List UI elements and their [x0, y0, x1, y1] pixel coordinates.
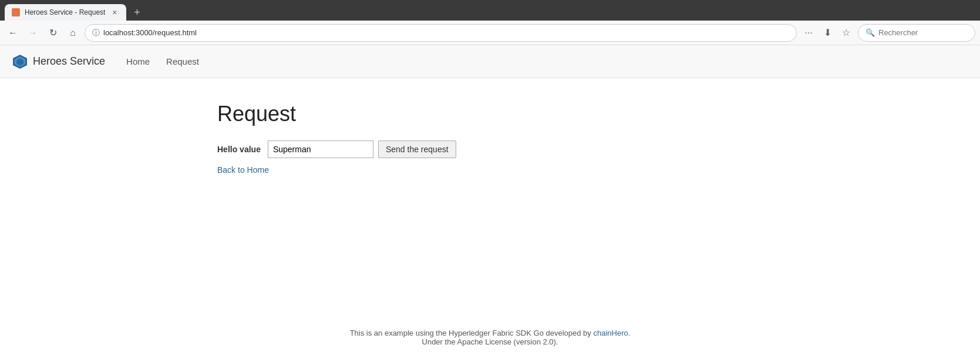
- search-input[interactable]: [878, 28, 968, 37]
- hello-value-input[interactable]: [268, 140, 373, 158]
- search-icon: 🔍: [866, 28, 875, 37]
- pocket-button[interactable]: ⬇: [819, 25, 836, 41]
- footer-text-before: This is an example using the Hyperledger…: [350, 329, 594, 337]
- back-link-container: Back to Home: [217, 165, 980, 175]
- forward-button[interactable]: →: [25, 25, 41, 41]
- tab-bar: Heroes Service - Request × +: [0, 0, 980, 21]
- footer: This is an example using the Hyperledger…: [0, 305, 980, 358]
- search-bar-container[interactable]: 🔍: [858, 24, 975, 42]
- form-row: Hello value Send the request: [217, 140, 980, 158]
- app-nav-links: Home Request: [119, 53, 206, 70]
- browser-window: Heroes Service - Request × + ← → ↻ ⌂ ⓘ ·…: [0, 0, 980, 358]
- new-tab-button[interactable]: +: [129, 4, 145, 21]
- address-info-icon: ⓘ: [92, 28, 100, 38]
- brand[interactable]: Heroes Service: [12, 53, 105, 70]
- nav-link-home[interactable]: Home: [119, 53, 157, 70]
- footer-line1: This is an example using the Hyperledger…: [12, 329, 968, 337]
- star-button[interactable]: ☆: [838, 25, 854, 41]
- home-button[interactable]: ⌂: [65, 25, 81, 41]
- footer-line2: Under the Apache License (version 2.0).: [12, 337, 968, 346]
- back-home-link[interactable]: Back to Home: [217, 165, 269, 175]
- footer-chain-hero-link[interactable]: chainHero: [593, 329, 628, 337]
- nav-link-request[interactable]: Request: [159, 53, 206, 70]
- refresh-button[interactable]: ↻: [45, 25, 61, 41]
- footer-text-after: .: [628, 329, 631, 337]
- more-button[interactable]: ···: [800, 25, 817, 41]
- nav-actions: ··· ⬇ ☆: [800, 25, 854, 41]
- back-button[interactable]: ←: [5, 25, 21, 41]
- tab-favicon: [12, 8, 20, 16]
- hello-value-label: Hello value: [217, 145, 261, 154]
- address-bar-container[interactable]: ⓘ: [85, 24, 797, 42]
- address-bar[interactable]: [103, 28, 789, 37]
- brand-name: Heroes Service: [33, 55, 105, 68]
- send-request-button[interactable]: Send the request: [378, 140, 456, 158]
- nav-bar: ← → ↻ ⌂ ⓘ ··· ⬇ ☆ 🔍: [0, 21, 980, 45]
- main-content: Request Hello value Send the request Bac…: [0, 78, 980, 305]
- active-tab[interactable]: Heroes Service - Request ×: [5, 4, 126, 21]
- tab-close-button[interactable]: ×: [110, 8, 119, 17]
- tab-title: Heroes Service - Request: [25, 8, 105, 16]
- app-navbar: Heroes Service Home Request: [0, 45, 980, 78]
- page-title: Request: [217, 102, 980, 126]
- brand-icon: [12, 53, 28, 70]
